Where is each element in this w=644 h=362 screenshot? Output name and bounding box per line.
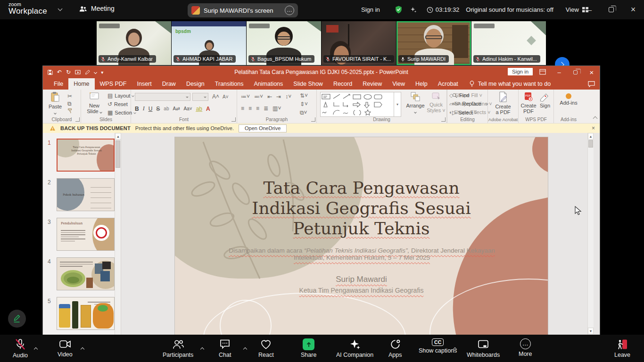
shared-screen-pill[interactable]: Surip MAWARDI's screen … (188, 3, 298, 17)
align-center-button[interactable]: ≡ (248, 105, 252, 112)
tab-animations[interactable]: Animations (248, 78, 288, 90)
video-tile-andy[interactable]: Andy-Kanwil Kalbar (97, 21, 171, 65)
tab-insert[interactable]: Insert (132, 78, 157, 90)
slide-thumbnail-2[interactable]: Pokok bahasan (57, 178, 115, 211)
more-button[interactable]: … More (519, 338, 532, 357)
align-right-button[interactable]: ≡ (256, 105, 259, 112)
smartart-button[interactable]: ⧉˅ (300, 109, 307, 116)
font-name-combobox[interactable] (135, 93, 190, 101)
strikethrough-button[interactable]: S (156, 106, 160, 112)
security-shield-icon[interactable] (394, 5, 403, 14)
slide-thumbnail-3[interactable]: Pendahuluan (57, 218, 115, 251)
reset-button[interactable]: ↺Reset (107, 101, 128, 107)
align-left-button[interactable]: ≡ (241, 105, 244, 112)
font-color-button[interactable]: A (206, 106, 210, 112)
whiteboards-button[interactable]: Whiteboards (467, 338, 500, 358)
audio-button[interactable]: Audio (13, 338, 28, 359)
increase-indent-button[interactable]: ⇥ (276, 93, 281, 100)
qat-chevron-down-icon[interactable] (94, 70, 97, 74)
slide-thumbnail-1[interactable]: Tata Cara PengawasanIndikasi Geografis S… (57, 139, 115, 172)
justify-button[interactable]: ≣ (264, 105, 268, 112)
chat-options-chevron-icon[interactable] (244, 344, 247, 353)
bullets-button[interactable]: ≔˅ (241, 93, 250, 100)
find-button[interactable]: Find (452, 92, 469, 98)
original-sound-status[interactable]: Original sound for musicians: off (466, 6, 553, 13)
video-tile-adinul[interactable]: Adinul Hakim - Kanwil... (471, 21, 546, 65)
participants-button[interactable]: Participants (163, 338, 193, 358)
slide-thumbnail-4[interactable] (57, 257, 115, 290)
line-spacing-button[interactable]: ↕˅ (285, 93, 291, 100)
slide-scrollbar[interactable]: ▲ ▼ (587, 133, 594, 335)
tab-file[interactable]: File (49, 78, 68, 90)
tab-home[interactable]: Home (68, 78, 94, 90)
ppt-minimize-button[interactable]: – (551, 66, 567, 78)
qat-more-icon[interactable]: ▾ (101, 70, 103, 75)
tab-review[interactable]: Review (357, 78, 387, 90)
ai-companion-button[interactable]: AI Companion (336, 338, 373, 358)
video-options-chevron-icon[interactable] (81, 344, 84, 353)
comments-icon[interactable] (588, 81, 595, 87)
shapes-gallery-scroll[interactable]: ▾ (394, 92, 401, 116)
slide-scroll-down-icon[interactable]: ▼ (588, 328, 594, 334)
chat-button[interactable]: Chat (219, 338, 231, 358)
shared-screen-options-icon[interactable]: … (285, 6, 294, 15)
tab-transitions[interactable]: Transitions (210, 78, 249, 90)
video-tile-surip-active[interactable]: Surip MAWARDI (396, 21, 471, 65)
tab-meeting[interactable]: Meeting (79, 5, 115, 12)
tab-record[interactable]: Record (328, 78, 357, 90)
video-tile-bagus[interactable]: Bagus_BPSDM Hukum (247, 21, 321, 65)
shapes-gallery[interactable]: ▾ (320, 92, 401, 117)
window-close-button[interactable]: × (626, 0, 640, 19)
clipboard-dialog-launcher[interactable] (75, 117, 80, 122)
ppt-sign-in-button[interactable]: Sign in (508, 68, 533, 75)
thumbnail-scroll-up-icon[interactable]: ▲ (115, 133, 121, 140)
cut-button[interactable]: ✂ (67, 93, 72, 99)
annotate-button[interactable] (8, 310, 26, 328)
ppt-close-button[interactable]: × (584, 66, 600, 78)
tab-acrobat[interactable]: Acrobat (433, 78, 463, 90)
slide-scroll-thumb[interactable] (588, 140, 593, 148)
quick-styles-button[interactable]: QuickStyles ˅ (426, 91, 446, 113)
columns-button[interactable]: ▥˅ (272, 105, 281, 112)
video-tile-favourita[interactable]: FAVOURITA SIRAIT - K... (322, 21, 396, 65)
tab-draw[interactable]: Draw (157, 78, 181, 90)
paragraph-dialog-launcher[interactable] (311, 117, 315, 122)
bold-button[interactable]: B (135, 106, 139, 112)
start-slideshow-icon[interactable] (75, 70, 81, 75)
backup-close-icon[interactable]: × (592, 125, 595, 132)
leave-button[interactable]: Leave (614, 338, 630, 358)
slide-scroll-up-icon[interactable]: ▲ (588, 133, 594, 140)
new-slide-button[interactable]: NewSlide (84, 91, 105, 114)
tab-help[interactable]: Help (410, 78, 433, 90)
thumbnail-scroll-thumb[interactable] (116, 140, 120, 168)
paste-button[interactable]: Paste (45, 91, 66, 115)
show-captions-button[interactable]: CC Show captions (419, 338, 457, 354)
participants-options-chevron-icon[interactable] (201, 344, 204, 353)
highlight-color-button[interactable]: a̲b̲ (196, 106, 202, 112)
save-icon[interactable] (48, 70, 53, 75)
text-direction-button[interactable]: ⇅˅ (300, 92, 308, 99)
tab-slide-show[interactable]: Slide Show (288, 78, 328, 90)
copy-button[interactable]: ⧉ (67, 100, 72, 107)
underline-button[interactable]: U (149, 106, 153, 112)
tab-view[interactable]: View (387, 78, 410, 90)
font-dialog-launcher[interactable] (231, 117, 236, 122)
ai-sparkle-icon[interactable] (410, 6, 417, 14)
layout-button[interactable]: ▤Layout (107, 92, 134, 99)
create-pdf-button[interactable]: PDF CreatePDF (520, 91, 537, 114)
tab-wps-pdf[interactable]: WPS PDF (95, 78, 132, 90)
thumbnail-scrollbar[interactable]: ▲ (115, 133, 121, 335)
select-button[interactable]: ▷Select (452, 109, 477, 116)
audio-options-chevron-icon[interactable] (34, 344, 37, 353)
collapse-ribbon-chevron-icon[interactable] (593, 116, 598, 121)
redo-icon[interactable]: ↻ (66, 69, 71, 75)
create-a-pdf-button[interactable]: Createa PDF (493, 91, 513, 115)
font-size-combobox[interactable] (192, 93, 208, 101)
video-tile-ahmad[interactable]: bpsdm AHMAD KAPI JABAR (172, 21, 246, 65)
open-onedrive-button[interactable]: Open OneDrive (239, 124, 287, 132)
sign-button[interactable]: Sign (537, 91, 553, 108)
react-button[interactable]: React (258, 338, 274, 358)
change-case-button[interactable]: Aa˅ (184, 106, 192, 111)
replace-button[interactable]: ab⇄Replace (452, 101, 488, 107)
workspace-chevron-down-icon[interactable] (58, 7, 63, 11)
